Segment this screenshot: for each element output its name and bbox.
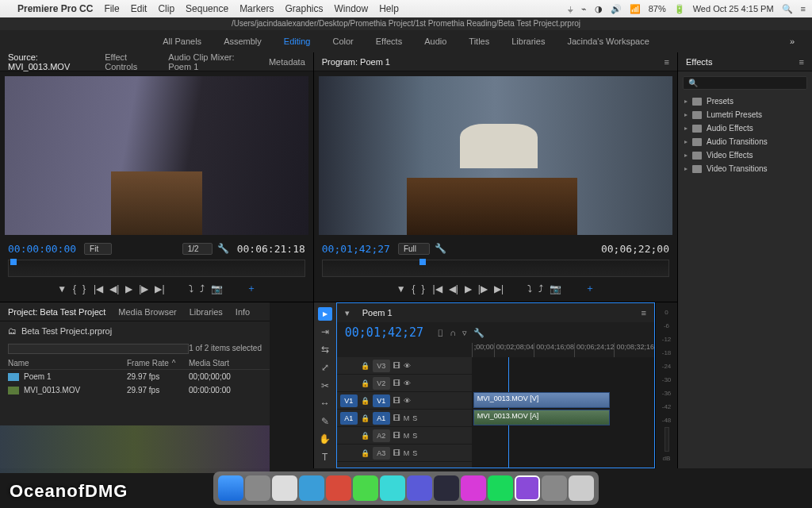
tab-media-browser[interactable]: Media Browser xyxy=(118,307,176,317)
menu-sequence[interactable]: Sequence xyxy=(186,3,228,14)
panel-menu-icon[interactable]: ≡ xyxy=(642,308,646,318)
dock-safari[interactable] xyxy=(245,475,270,501)
bluetooth-icon[interactable]: ⌁ xyxy=(581,4,587,14)
ws-all-panels[interactable]: All Panels xyxy=(163,37,201,46)
lock-icon[interactable]: 🔒 xyxy=(361,362,370,370)
dock-mail[interactable] xyxy=(299,475,324,501)
extract-icon[interactable]: ⤴ xyxy=(538,283,543,294)
workspace-overflow-icon[interactable]: » xyxy=(790,37,795,46)
tab-libraries[interactable]: Libraries xyxy=(190,307,223,317)
video-clip[interactable]: MVI_0013.MOV [V] xyxy=(473,392,611,408)
menu-window[interactable]: Window xyxy=(335,3,369,14)
marker-icon[interactable]: ▼ xyxy=(396,283,406,294)
ripple-tool-icon[interactable]: ⇆ xyxy=(318,343,332,356)
selection-tool-icon[interactable]: ▸ xyxy=(318,307,332,321)
dock-terminal[interactable] xyxy=(434,475,459,501)
step-fwd-icon[interactable]: |▶ xyxy=(139,283,148,294)
go-to-out-icon[interactable]: ▶| xyxy=(155,283,164,294)
go-to-in-icon[interactable]: |◀ xyxy=(433,283,442,294)
wifi-icon[interactable]: ⏚ xyxy=(568,4,573,13)
source-resolution-select[interactable]: 1/2 xyxy=(182,243,213,255)
wifi-status-icon[interactable]: 📶 xyxy=(630,4,641,14)
project-search-input[interactable] xyxy=(8,344,189,354)
col-mediastart[interactable]: Media Start xyxy=(189,359,229,368)
lift-icon[interactable]: ⤵ xyxy=(527,283,532,294)
step-back-icon[interactable]: ◀| xyxy=(449,283,458,294)
track-a2[interactable]: 🔒A2🎞MS xyxy=(337,427,472,444)
bin-name[interactable]: Beta Test Project.prproj xyxy=(21,326,112,336)
clock[interactable]: Wed Oct 25 4:15 PM xyxy=(693,4,774,13)
export-frame-icon[interactable]: 📷 xyxy=(211,283,223,294)
linked-selection-icon[interactable]: ∩ xyxy=(450,328,456,338)
col-framerate[interactable]: Frame Rate^ xyxy=(127,359,189,368)
menu-file[interactable]: File xyxy=(104,3,119,14)
settings-icon[interactable]: 🔧 xyxy=(435,243,446,255)
effects-folder-audio-fx[interactable]: ▸Audio Effects xyxy=(683,121,807,135)
add-button-icon[interactable]: ＋ xyxy=(247,282,256,295)
marker-icon[interactable]: ▼ xyxy=(57,283,67,294)
sequence-tab[interactable]: Poem 1 xyxy=(362,308,393,318)
go-to-in-icon[interactable]: |◀ xyxy=(94,283,103,294)
ws-editing[interactable]: Editing xyxy=(284,37,311,46)
effects-folder-audio-trans[interactable]: ▸Audio Transitions xyxy=(683,135,807,148)
project-row-sequence[interactable]: Poem 1 29.97 fps 00;00;00;00 xyxy=(0,370,270,383)
track-a1[interactable]: A1🔒A1🎞MS xyxy=(337,410,472,427)
lock-icon[interactable]: 🔒 xyxy=(361,432,370,440)
dock-settings[interactable] xyxy=(542,475,567,501)
program-tc-current[interactable]: 00;01;42;27 xyxy=(322,243,390,255)
out-point-icon[interactable]: } xyxy=(422,283,425,294)
audio-clip[interactable]: MVI_0013.MOV [A] xyxy=(473,410,611,425)
dock-trash[interactable] xyxy=(569,475,594,501)
rate-stretch-tool-icon[interactable]: ⤢ xyxy=(318,361,332,375)
add-button-icon[interactable]: ＋ xyxy=(585,282,595,295)
menu-graphics[interactable]: Graphics xyxy=(285,3,323,14)
project-row-clip[interactable]: MVI_0013.MOV 29.97 fps 00:00:00:00 xyxy=(0,383,270,397)
notification-center-icon[interactable]: ≡ xyxy=(801,4,806,13)
lock-icon[interactable]: 🔒 xyxy=(361,397,370,405)
track-a3[interactable]: 🔒A3🎞MS xyxy=(337,444,472,462)
panel-menu-icon[interactable]: ≡ xyxy=(799,57,804,67)
ws-color[interactable]: Color xyxy=(332,37,353,46)
effects-search-input[interactable] xyxy=(701,79,802,87)
volume-icon[interactable]: 🔊 xyxy=(611,4,622,14)
effects-folder-video-fx[interactable]: ▸Video Effects xyxy=(683,148,807,162)
tab-audio-mixer[interactable]: Audio Clip Mixer: Poem 1 xyxy=(168,52,256,71)
snap-icon[interactable]: ⌷ xyxy=(438,328,443,338)
source-video[interactable] xyxy=(5,76,308,235)
program-video[interactable] xyxy=(319,76,672,235)
dock-photos[interactable] xyxy=(326,475,351,501)
in-point-icon[interactable]: { xyxy=(73,283,76,294)
lock-icon[interactable]: 🔒 xyxy=(361,379,370,387)
ws-titles[interactable]: Titles xyxy=(469,37,489,46)
dock-finder[interactable] xyxy=(218,475,243,501)
lock-icon[interactable]: 🔒 xyxy=(361,414,370,422)
tab-effect-controls[interactable]: Effect Controls xyxy=(105,52,155,71)
settings-icon[interactable]: 🔧 xyxy=(217,243,229,255)
dock-spotify[interactable] xyxy=(488,475,513,501)
program-scrubber[interactable] xyxy=(322,260,669,277)
pen-tool-icon[interactable]: ✎ xyxy=(318,414,332,428)
source-scrubber[interactable] xyxy=(8,260,305,277)
tab-project[interactable]: Project: Beta Test Project xyxy=(8,307,105,317)
ws-assembly[interactable]: Assembly xyxy=(224,37,262,46)
dock-messages[interactable] xyxy=(353,475,378,501)
go-to-out-icon[interactable]: ▶| xyxy=(494,283,504,294)
overwrite-icon[interactable]: ⤴ xyxy=(200,283,205,294)
insert-icon[interactable]: ⤵ xyxy=(189,283,193,294)
menu-edit[interactable]: Edit xyxy=(131,3,147,14)
dock-premiere[interactable] xyxy=(515,475,540,501)
export-frame-icon[interactable]: 📷 xyxy=(550,283,561,294)
effects-folder-presets[interactable]: ▸Presets xyxy=(683,94,807,108)
dock-appstore[interactable] xyxy=(407,475,432,501)
out-point-icon[interactable]: } xyxy=(82,283,86,294)
step-back-icon[interactable]: ◀| xyxy=(109,283,119,294)
tab-source[interactable]: Source: MVI_0013.MOV xyxy=(8,52,92,71)
tab-metadata[interactable]: Metadata xyxy=(269,57,305,67)
dock-itunes[interactable] xyxy=(461,475,486,501)
ws-custom[interactable]: Jacinda's Workspace xyxy=(567,37,649,46)
tab-effects[interactable]: Effects xyxy=(686,57,712,67)
timeline-nav-icon[interactable]: ▾ xyxy=(345,308,350,318)
play-icon[interactable]: ▶ xyxy=(125,283,132,294)
track-v3[interactable]: 🔒V3🎞👁 xyxy=(337,357,472,375)
cc-icon[interactable]: ◑ xyxy=(595,4,603,14)
